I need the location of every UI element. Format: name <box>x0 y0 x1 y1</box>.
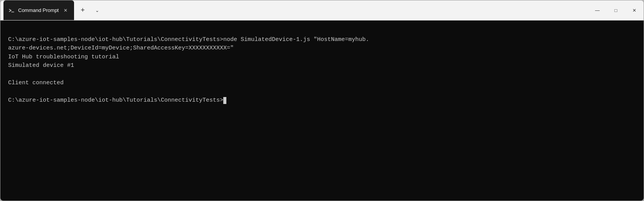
terminal-line: C:\azure-iot-samples-node\iot-hub\Tutori… <box>8 36 636 44</box>
maximize-icon: □ <box>614 8 617 13</box>
terminal-icon <box>8 7 15 14</box>
terminal-line: IoT Hub troubleshooting tutorial <box>8 53 636 62</box>
terminal-line: azure-devices.net;DeviceId=myDevice;Shar… <box>8 44 636 53</box>
svg-rect-0 <box>8 7 15 14</box>
terminal-line: Client connected <box>8 79 636 88</box>
maximize-button[interactable]: □ <box>607 0 625 20</box>
close-button[interactable]: ✕ <box>625 0 644 20</box>
terminal-line: C:\azure-iot-samples-node\iot-hub\Tutori… <box>8 96 636 105</box>
terminal-body[interactable]: C:\azure-iot-samples-node\iot-hub\Tutori… <box>0 20 644 201</box>
new-tab-icon: + <box>81 6 85 14</box>
terminal-window: Command Prompt ✕ + ⌄ — □ ✕ C:\azure-iot-… <box>0 0 644 201</box>
tab-dropdown-button[interactable]: ⌄ <box>90 3 104 17</box>
terminal-line <box>8 27 636 36</box>
cursor <box>223 97 226 104</box>
terminal-line: Simulated device #1 <box>8 61 636 70</box>
window-controls: — □ ✕ <box>588 0 644 20</box>
active-tab[interactable]: Command Prompt ✕ <box>3 0 74 20</box>
close-icon: ✕ <box>632 8 636 13</box>
tab-title: Command Prompt <box>18 7 59 13</box>
minimize-icon: — <box>595 8 600 13</box>
tab-area: Command Prompt ✕ + ⌄ <box>3 0 588 20</box>
minimize-button[interactable]: — <box>588 0 607 20</box>
chevron-down-icon: ⌄ <box>95 8 99 13</box>
terminal-line <box>8 88 636 97</box>
title-bar: Command Prompt ✕ + ⌄ — □ ✕ <box>0 0 644 20</box>
terminal-line <box>8 70 636 79</box>
tab-close-button[interactable]: ✕ <box>62 7 69 14</box>
new-tab-button[interactable]: + <box>76 3 89 17</box>
